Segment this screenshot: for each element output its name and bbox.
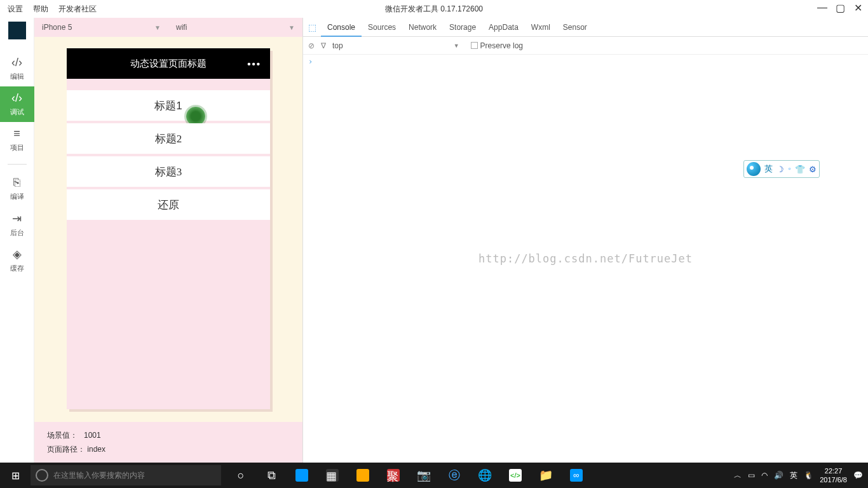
phone-content: 标题1 标题2 标题3 还原 (67, 79, 270, 409)
tool-label: 缓存 (10, 264, 24, 273)
tab-console[interactable]: Console (321, 18, 362, 37)
tool-label: 编辑 (10, 72, 24, 81)
tray-app-icon[interactable]: 🐧 (804, 471, 813, 480)
battery-icon[interactable]: ▭ (748, 471, 755, 480)
camera-icon[interactable]: 📷 (409, 463, 438, 488)
clock-time: 22:27 (820, 466, 847, 475)
chevron-down-icon: ▼ (288, 24, 295, 31)
system-tray: ︿ ▭ ◠ 🔊 英 🐧 22:27 2017/6/8 💬 (734, 466, 868, 484)
devtools-panel: ⬚ Console Sources Network Storage AppDat… (302, 18, 868, 463)
moon-icon[interactable]: ☽ (776, 165, 784, 174)
window-controls: — ▢ ✕ (817, 3, 863, 13)
tool-edit[interactable]: ‹/› 编辑 (0, 51, 34, 86)
tool-cache[interactable]: ◈ 缓存 (0, 242, 34, 278)
tool-label: 后台 (10, 228, 24, 238)
more-horizontal-icon[interactable]: ••• (247, 58, 261, 69)
preserve-label: Preserve log (480, 41, 523, 50)
simulator-panel: iPhone 5 ▼ wifi ▼ 动态设置页面标题 ••• 标题1 (34, 18, 302, 463)
background-icon: ⇥ (12, 212, 22, 226)
layers-icon: ◈ (13, 247, 22, 261)
clear-icon[interactable]: ⊘ (308, 41, 315, 50)
tool-compile[interactable]: ⎘ 编译 (0, 171, 34, 207)
app-icon[interactable] (287, 463, 316, 488)
chrome-icon[interactable]: 🌐 (470, 463, 499, 488)
tool-label: 调试 (10, 107, 24, 117)
menu-community[interactable]: 开发者社区 (58, 4, 97, 15)
console-prompt-icon: › (308, 57, 313, 66)
tab-sensor[interactable]: Sensor (557, 18, 593, 37)
wifi-icon[interactable]: ◠ (761, 471, 768, 480)
console-body[interactable]: › http://blog.csdn.net/FutrueJet (303, 55, 868, 463)
watermark-text: http://blog.csdn.net/FutrueJet (478, 252, 693, 265)
volume-icon[interactable]: 🔊 (774, 471, 783, 480)
list-item[interactable]: 标题1 (67, 90, 270, 121)
preserve-log[interactable]: Preserve log (471, 41, 523, 50)
phone-frame: 动态设置页面标题 ••• 标题1 标题2 标题3 还原 (67, 48, 270, 409)
edge-icon[interactable]: ⓔ (440, 463, 469, 488)
separator (8, 164, 27, 165)
tool-label: 编译 (10, 192, 24, 201)
notifications-icon[interactable]: 💬 (853, 471, 863, 480)
ime-lang-tray[interactable]: 英 (790, 470, 797, 481)
inspect-icon[interactable]: ⬚ (303, 22, 321, 32)
maximize-icon[interactable]: ▢ (835, 3, 845, 13)
list-item[interactable]: 标题3 (67, 156, 270, 187)
tray-chevron-icon[interactable]: ︿ (734, 470, 742, 481)
device-select[interactable]: iPhone 5 ▼ (34, 18, 168, 37)
menu-help[interactable]: 帮助 (33, 4, 48, 15)
clock[interactable]: 22:27 2017/6/8 (820, 466, 847, 484)
app-logo (8, 22, 26, 39)
sparkle-icon[interactable]: ⸰ (788, 164, 791, 174)
compile-icon: ⎘ (13, 176, 20, 189)
path-label: 页面路径： (47, 445, 85, 454)
list-item[interactable]: 标题2 (67, 123, 270, 154)
ime-widget[interactable]: 英 ☽ ⸰ 👕 ⚙ (743, 160, 820, 178)
baidu-icon[interactable]: ∞ (562, 463, 591, 488)
devtools-tabs: ⬚ Console Sources Network Storage AppDat… (303, 18, 868, 37)
chevron-down-icon: ▼ (454, 43, 459, 49)
path-value: index (87, 445, 105, 454)
devtools-app-icon[interactable]: </> (501, 463, 530, 488)
tab-wxml[interactable]: Wxml (525, 18, 557, 37)
tab-appdata[interactable]: AppData (482, 18, 525, 37)
taskview-icon[interactable]: ⧉ (257, 463, 286, 488)
console-filter-bar: ⊘ ∇ top ▼ Preserve log (303, 37, 868, 55)
taskbar-search[interactable]: 在这里输入你要搜索的内容 (31, 465, 221, 485)
tool-debug[interactable]: ‹/› 调试 (0, 86, 34, 122)
code-icon: ‹/› (11, 56, 22, 69)
list-item[interactable]: 还原 (67, 189, 270, 220)
checkbox-icon[interactable] (471, 42, 478, 49)
menu-settings[interactable]: 设置 (8, 4, 23, 15)
code-icon: ‹/› (11, 92, 22, 105)
left-toolbar: ‹/› 编辑 ‹/› 调试 ≡ 项目 ⎘ 编译 ⇥ 后台 ◈ 缓存 (0, 18, 34, 463)
tool-project[interactable]: ≡ 项目 (0, 122, 34, 158)
minimize-icon[interactable]: — (817, 3, 827, 13)
simulator-header: iPhone 5 ▼ wifi ▼ (34, 18, 302, 37)
search-icon (36, 469, 48, 482)
calculator-icon[interactable]: ▦ (318, 463, 347, 488)
tool-label: 项目 (10, 143, 24, 152)
tool-background[interactable]: ⇥ 后台 (0, 207, 34, 242)
taskbar-apps: ○ ⧉ ▦ 聚 📷 ⓔ 🌐 </> 📁 ∞ (226, 463, 591, 488)
tab-sources[interactable]: Sources (362, 18, 402, 37)
gear-icon[interactable]: ⚙ (809, 165, 817, 174)
start-button[interactable]: ⊞ (0, 463, 31, 488)
tab-network[interactable]: Network (402, 18, 443, 37)
close-icon[interactable]: ✕ (853, 3, 863, 13)
shirt-icon[interactable]: 👕 (795, 165, 805, 174)
scope-select[interactable]: top (332, 41, 346, 50)
network-value: wifi (176, 23, 187, 32)
app-icon[interactable] (348, 463, 377, 488)
phone-title: 动态设置页面标题 (130, 58, 207, 70)
list-icon: ≡ (13, 127, 20, 140)
app-icon[interactable]: 聚 (379, 463, 408, 488)
ime-lang: 英 (764, 163, 773, 175)
tab-storage[interactable]: Storage (443, 18, 482, 37)
cortana-icon[interactable]: ○ (226, 463, 255, 488)
chevron-down-icon: ▼ (154, 24, 161, 31)
network-select[interactable]: wifi ▼ (168, 18, 302, 37)
menubar: 设置 帮助 开发者社区 (0, 0, 868, 18)
explorer-icon[interactable]: 📁 (531, 463, 560, 488)
filter-icon[interactable]: ∇ (321, 41, 326, 50)
search-placeholder: 在这里输入你要搜索的内容 (53, 470, 145, 481)
